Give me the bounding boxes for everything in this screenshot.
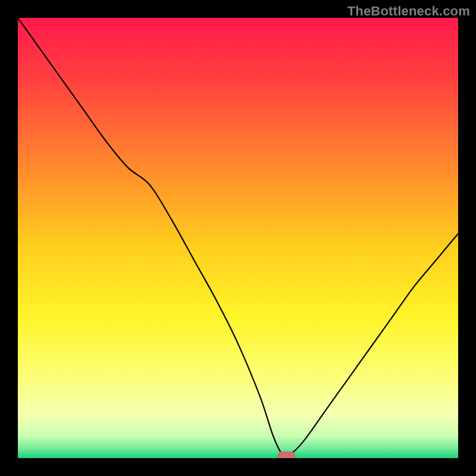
chart-svg <box>18 18 458 458</box>
optimal-marker <box>278 452 295 458</box>
chart-frame: TheBottleneck.com <box>0 0 476 476</box>
watermark-text: TheBottleneck.com <box>347 4 470 19</box>
gradient-background <box>18 18 458 458</box>
plot-area <box>18 18 458 458</box>
